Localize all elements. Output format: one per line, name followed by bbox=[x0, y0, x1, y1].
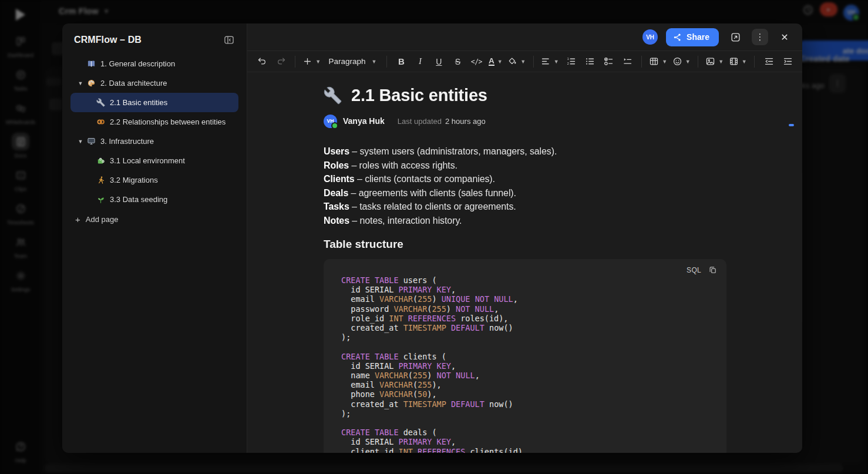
ordered-list-icon: 12 bbox=[566, 56, 576, 66]
runner-icon bbox=[96, 176, 105, 184]
code-line: email VARCHAR(255), bbox=[341, 380, 712, 389]
toolbar-separator bbox=[754, 56, 755, 68]
chevron-down-icon: ▼ bbox=[662, 59, 667, 65]
toolbar-separator bbox=[295, 56, 295, 68]
copy-code-icon[interactable] bbox=[708, 265, 717, 274]
ordered-list-button[interactable]: 12 bbox=[563, 54, 578, 69]
tree-item-label: 2.1 Basic entities bbox=[110, 98, 167, 107]
definition-term: Users bbox=[324, 146, 349, 156]
check-list-button[interactable] bbox=[601, 54, 616, 69]
underline-button[interactable]: U bbox=[431, 54, 446, 69]
outdent-icon bbox=[764, 56, 774, 66]
definition-line: Roles – roles with access rights. bbox=[324, 159, 726, 173]
text-color-icon: A bbox=[489, 57, 494, 66]
definition-line: Notes – notes, interaction history. bbox=[324, 214, 726, 228]
highlight-icon bbox=[507, 56, 517, 66]
bold-button[interactable]: B bbox=[393, 54, 409, 69]
chevron-down-icon: ▼ bbox=[742, 59, 747, 65]
definition-term: Roles bbox=[324, 160, 349, 170]
toggle-list-button[interactable] bbox=[620, 54, 635, 69]
collaborator-avatar[interactable]: VH bbox=[642, 29, 658, 45]
tree-item[interactable]: ▼3. Infrastructure bbox=[70, 132, 238, 151]
code-line: id SERIAL PRIMARY KEY, bbox=[341, 437, 712, 446]
align-button[interactable]: ▼ bbox=[540, 54, 560, 69]
code-line: id SERIAL PRIMARY KEY, bbox=[341, 285, 712, 294]
editor-toolbar: ▼Paragraph▼BIUS</>A▼▼▼12▼▼▼▼ bbox=[247, 51, 802, 72]
table-icon bbox=[649, 56, 659, 66]
page-title: 2.1 Basic entities bbox=[351, 86, 487, 105]
definition-term: Notes bbox=[324, 216, 349, 226]
chevron-down-icon: ▼ bbox=[520, 59, 526, 65]
tree-item-label: 3. Infrastructure bbox=[100, 137, 154, 146]
code-line: ); bbox=[341, 409, 712, 418]
tree-item[interactable]: 3.2 Migrations bbox=[70, 170, 238, 190]
code-button[interactable]: </> bbox=[469, 54, 484, 69]
tree-item-label: 2. Data architecture bbox=[100, 79, 167, 88]
monitor-icon bbox=[87, 137, 96, 146]
add-page-button[interactable]: + Add page bbox=[70, 209, 238, 229]
doc-content-area[interactable]: 2.1 Basic entities VH Vanya Huk Last upd… bbox=[247, 72, 802, 453]
highlight-button[interactable]: ▼ bbox=[507, 54, 527, 69]
chevron-down-icon: ▼ bbox=[685, 59, 691, 65]
author-avatar[interactable]: VH bbox=[324, 115, 337, 128]
chevron-down-icon[interactable]: ▼ bbox=[74, 139, 87, 144]
table-button[interactable]: ▼ bbox=[648, 54, 668, 69]
tree-item[interactable]: 2.2 Relationships between entities bbox=[70, 112, 238, 132]
redo-button[interactable] bbox=[273, 54, 288, 69]
chevron-down-icon: ▼ bbox=[315, 59, 321, 65]
insert-plus-button[interactable]: ▼ bbox=[302, 54, 322, 69]
tree-item[interactable]: 1. General description bbox=[70, 54, 238, 73]
definition-term: Deals bbox=[324, 188, 348, 198]
outdent-button[interactable] bbox=[761, 54, 776, 69]
code-line: password VARCHAR(255) NOT NULL, bbox=[341, 304, 712, 314]
share-button[interactable]: Share bbox=[666, 28, 719, 46]
collapse-panel-icon[interactable] bbox=[223, 34, 235, 46]
code-icon: </> bbox=[471, 58, 482, 66]
tree-item[interactable]: 3.3 Data seeding bbox=[70, 190, 238, 209]
entity-definitions: Users – system users (administrators, ma… bbox=[324, 144, 726, 227]
italic-icon: I bbox=[419, 56, 422, 66]
code-line: CREATE TABLE deals ( bbox=[341, 428, 712, 437]
chevron-down-icon: ▼ bbox=[497, 59, 503, 65]
author-name: Vanya Huk bbox=[343, 116, 385, 126]
code-line: name VARCHAR(255) NOT NULL, bbox=[341, 371, 712, 380]
emoji-icon bbox=[672, 56, 682, 66]
definition-term: Tasks bbox=[324, 201, 349, 211]
bullet-list-button[interactable] bbox=[582, 54, 597, 69]
video-icon bbox=[729, 56, 739, 66]
image-button[interactable]: ▼ bbox=[705, 54, 725, 69]
chevron-down-icon: ▼ bbox=[718, 59, 724, 65]
indent-icon bbox=[783, 56, 793, 66]
close-icon[interactable]: ✕ bbox=[776, 29, 793, 45]
strikethrough-button[interactable]: S bbox=[450, 54, 465, 69]
code-line: role_id INT REFERENCES roles(id), bbox=[341, 314, 712, 323]
tree-item[interactable]: 2.1 Basic entities bbox=[70, 93, 238, 112]
undo-button[interactable] bbox=[254, 54, 270, 69]
bold-icon: B bbox=[398, 56, 405, 66]
indent-button[interactable] bbox=[780, 54, 795, 69]
doc-menu-button[interactable]: ⋮ bbox=[752, 29, 768, 45]
tree-item[interactable]: ▼2. Data architecture bbox=[70, 73, 238, 93]
image-icon bbox=[705, 56, 715, 66]
code-line: created_at TIMESTAMP DEFAULT now() bbox=[341, 323, 712, 332]
open-fullscreen-button[interactable] bbox=[727, 29, 743, 45]
paragraph-style-select[interactable]: Paragraph▼ bbox=[325, 57, 380, 66]
italic-button[interactable]: I bbox=[412, 54, 428, 69]
video-button[interactable]: ▼ bbox=[728, 54, 748, 69]
chevron-down-icon[interactable]: ▼ bbox=[74, 80, 87, 86]
last-updated-value: 2 hours ago bbox=[445, 117, 486, 126]
text-color-button[interactable]: A▼ bbox=[487, 54, 503, 69]
code-line: created_at TIMESTAMP DEFAULT now() bbox=[341, 399, 712, 409]
underline-icon: U bbox=[436, 57, 442, 66]
plus-icon: + bbox=[75, 214, 80, 224]
tree-item[interactable]: 3.1 Local environment bbox=[70, 151, 238, 170]
code-line: id SERIAL PRIMARY KEY, bbox=[341, 361, 712, 371]
tree-item-label: 1. General description bbox=[100, 59, 175, 68]
emoji-button[interactable]: ▼ bbox=[672, 54, 692, 69]
align-icon bbox=[541, 56, 551, 66]
svg-text:2: 2 bbox=[567, 62, 568, 65]
toolbar-separator bbox=[698, 56, 698, 68]
code-line: email VARCHAR(255) UNIQUE NOT NULL, bbox=[341, 294, 712, 304]
definition-line: Deals – agreements with clients (sales f… bbox=[324, 186, 726, 200]
code-line bbox=[341, 342, 712, 351]
